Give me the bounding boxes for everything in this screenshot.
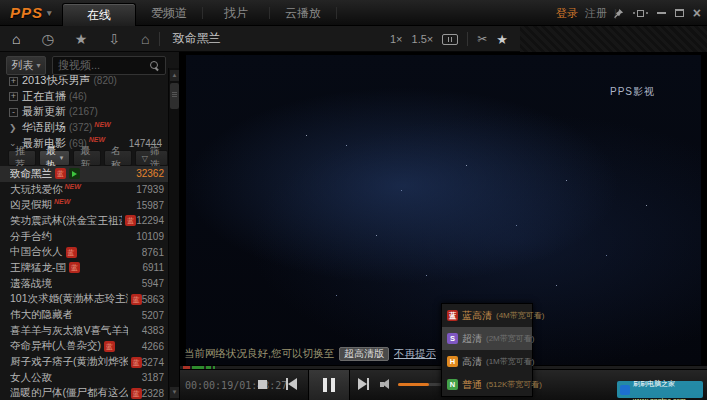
main-tabs: 在线爱频道找片云播放 bbox=[62, 0, 337, 26]
zoom-1x-button[interactable]: 1× bbox=[390, 33, 403, 45]
minimize-button[interactable] bbox=[657, 12, 666, 14]
movie-row[interactable]: 厨子戏子痞子(黄渤刘烨张涵予)蓝3274 bbox=[0, 354, 168, 370]
login-link[interactable]: 登录 bbox=[556, 6, 578, 21]
movie-row[interactable]: 101次求婚(黄渤林志玲主演)蓝5863 bbox=[0, 292, 168, 308]
scroll-up-arrow[interactable]: ▲ bbox=[170, 70, 179, 81]
buffer-segment bbox=[192, 366, 204, 369]
quality-label: 蓝高清 bbox=[462, 309, 492, 323]
filter-推荐[interactable]: 推荐 bbox=[8, 150, 36, 166]
clip-icon[interactable]: ✂ bbox=[477, 32, 487, 46]
movie-title: 大玩找爱你 bbox=[10, 183, 63, 197]
quality-menu: 蓝蓝高清(4M带宽可看)S超清(2M带宽可看)H高清(1M带宽可看)N普通(51… bbox=[441, 303, 533, 397]
quality-bandwidth-note: (512K带宽可看) bbox=[486, 379, 542, 390]
movie-row[interactable]: 凶灵假期NEW15987 bbox=[0, 197, 168, 213]
quality-option-普通[interactable]: N普通(512K带宽可看) bbox=[442, 373, 532, 396]
sort-filter-bar: 推荐最热▾最新名称▽筛选 bbox=[0, 150, 168, 167]
tab-在线[interactable]: 在线 bbox=[62, 3, 136, 26]
filter-最热[interactable]: 最热▾ bbox=[39, 150, 71, 166]
aspect-ratio-icon[interactable] bbox=[442, 34, 458, 45]
playing-icon bbox=[69, 168, 80, 179]
filter-筛选[interactable]: ▽筛选 bbox=[135, 150, 168, 166]
search-placeholder: 搜视频... bbox=[58, 58, 150, 73]
movie-row[interactable]: 王牌猛龙-国蓝6911 bbox=[0, 260, 168, 276]
toolbar-icon-group: ⌂ ◷ ★ ⇩ ⌂ bbox=[0, 32, 149, 46]
previous-button[interactable] bbox=[286, 378, 297, 390]
stop-button[interactable] bbox=[258, 380, 267, 389]
download-icon[interactable]: ⇩ bbox=[108, 32, 120, 46]
maximize-button[interactable] bbox=[675, 9, 684, 17]
video-frame-stars bbox=[306, 135, 307, 136]
volume-icon[interactable] bbox=[380, 379, 392, 390]
movie-view-count: 17939 bbox=[136, 184, 164, 195]
buffer-segment bbox=[183, 366, 190, 369]
movie-row[interactable]: 笑功震武林(洪金宝王祖蓝吴君如...蓝12294 bbox=[0, 213, 168, 229]
mini-mode-icon[interactable] bbox=[633, 10, 648, 17]
filter-名称[interactable]: 名称 bbox=[104, 150, 132, 166]
tab-云播放[interactable]: 云播放 bbox=[270, 5, 336, 22]
next-button[interactable] bbox=[358, 378, 369, 390]
funnel-icon: ▽ bbox=[142, 154, 148, 163]
movie-row[interactable]: 女人公敌3187 bbox=[0, 370, 168, 386]
expand-icon[interactable]: ❯ bbox=[9, 123, 22, 133]
pause-button[interactable] bbox=[308, 370, 350, 400]
new-badge: NEW bbox=[65, 183, 81, 190]
scroll-down-arrow[interactable]: ▼ bbox=[170, 387, 179, 398]
register-link[interactable]: 注册 bbox=[585, 6, 607, 21]
movie-row[interactable]: 遗落战境5947 bbox=[0, 276, 168, 292]
zoom-15x-button[interactable]: 1.5× bbox=[412, 33, 434, 45]
movie-title: 厨子戏子痞子(黄渤刘烨张涵予) bbox=[10, 355, 128, 369]
favorites-icon[interactable]: ★ bbox=[75, 32, 88, 46]
quality-option-蓝高清[interactable]: 蓝蓝高清(4M带宽可看) bbox=[442, 304, 532, 327]
favorite-video-icon[interactable]: ★ bbox=[496, 32, 508, 47]
movie-row[interactable]: 温暖的尸体(僵尸都有这么帅)蓝2328 bbox=[0, 386, 168, 400]
scrollbar-thumb[interactable] bbox=[170, 83, 179, 109]
pps-logo[interactable]: PPS▾ bbox=[10, 4, 53, 21]
movie-view-count: 8761 bbox=[142, 247, 164, 258]
movie-view-count: 5863 bbox=[142, 294, 164, 305]
quality-option-高清[interactable]: H高清(1M带宽可看) bbox=[442, 350, 532, 373]
category-label: 正在直播 bbox=[22, 89, 66, 104]
dont-remind-link[interactable]: 不再提示 bbox=[394, 347, 436, 361]
movie-view-count: 2328 bbox=[142, 388, 164, 399]
bluray-badge: 蓝 bbox=[131, 388, 142, 399]
quality-label: 普通 bbox=[462, 378, 482, 392]
movie-row[interactable]: 大玩找爱你NEW17939 bbox=[0, 182, 168, 198]
logo-dropdown-caret-icon[interactable]: ▾ bbox=[47, 8, 53, 18]
movie-view-count: 10109 bbox=[136, 231, 164, 242]
expand-icon[interactable]: + bbox=[9, 91, 22, 101]
sidebar-scrollbar[interactable]: ▲ ▼ bbox=[168, 68, 179, 400]
movie-row[interactable]: 中国合伙人蓝8761 bbox=[0, 244, 168, 260]
movie-row[interactable]: 喜羊羊与灰太狼V喜气羊羊过蛇年4383 bbox=[0, 323, 168, 339]
movie-row[interactable]: 夺命异种(人兽杂交)蓝4266 bbox=[0, 339, 168, 355]
category-count: (2167) bbox=[69, 106, 98, 117]
tab-爱频道[interactable]: 爱频道 bbox=[136, 5, 202, 22]
expand-icon[interactable]: + bbox=[9, 76, 22, 86]
home-icon[interactable]: ⌂ bbox=[12, 32, 20, 46]
movie-view-count: 6911 bbox=[142, 262, 164, 273]
quality-badge: S bbox=[447, 333, 458, 344]
site-watermark-line2: www.gqgtpc.com bbox=[633, 397, 686, 400]
expand-icon[interactable]: - bbox=[9, 107, 22, 117]
close-button[interactable]: × bbox=[693, 6, 701, 20]
quality-option-超清[interactable]: S超清(2M带宽可看) bbox=[442, 327, 532, 350]
history-icon[interactable]: ◷ bbox=[41, 32, 53, 46]
switch-quality-button[interactable]: 超高清版 bbox=[339, 347, 389, 361]
network-quality-notification: 当前网络状况良好,您可以切换至 超高清版 不再提示 × bbox=[184, 346, 449, 361]
category-row[interactable]: +正在直播(46) bbox=[0, 89, 168, 105]
tab-找片[interactable]: 找片 bbox=[203, 5, 269, 22]
pin-icon[interactable] bbox=[613, 8, 624, 19]
category-row[interactable]: -最新更新(2167) bbox=[0, 104, 168, 120]
movie-title: 笑功震武林(洪金宝王祖蓝吴君如... bbox=[10, 214, 122, 228]
category-row[interactable]: +2013快乐男声(820) bbox=[0, 73, 168, 89]
filter-最新[interactable]: 最新 bbox=[73, 150, 101, 166]
search-icon[interactable] bbox=[150, 61, 160, 71]
quality-bandwidth-note: (2M带宽可看) bbox=[486, 333, 534, 344]
channel-home-icon[interactable]: ⌂ bbox=[141, 32, 149, 46]
movie-row[interactable]: 致命黑兰蓝32362 bbox=[0, 166, 168, 182]
buffer-segment bbox=[213, 366, 215, 369]
pps-logo-text: PPS bbox=[10, 4, 43, 21]
category-row[interactable]: ❯华语剧场(372)NEW bbox=[0, 120, 168, 136]
movie-row[interactable]: 分手合约10109 bbox=[0, 229, 168, 245]
movie-row[interactable]: 伟大的隐藏者5207 bbox=[0, 307, 168, 323]
title-bar: PPS▾ 在线爱频道找片云播放 登录 注册 | × bbox=[0, 0, 707, 26]
